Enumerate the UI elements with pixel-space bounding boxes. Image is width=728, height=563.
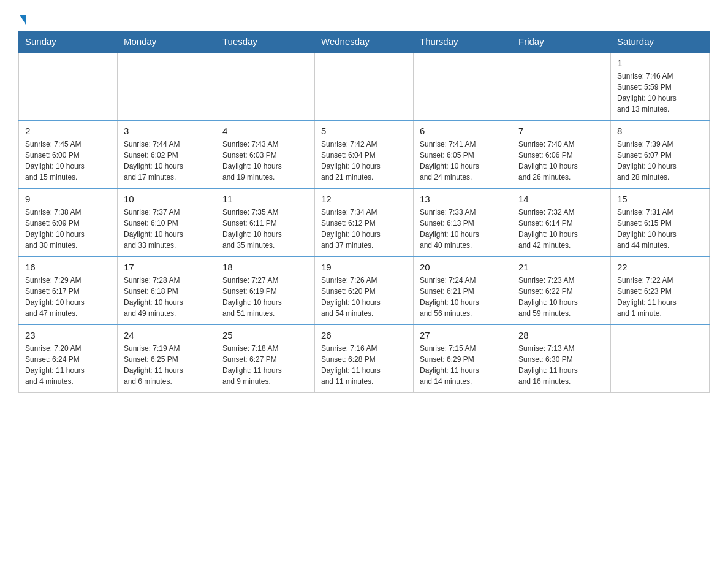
day-number: 15 (617, 194, 703, 204)
day-number: 17 (124, 262, 210, 272)
day-number: 5 (321, 126, 407, 136)
day-number: 26 (321, 330, 407, 340)
calendar-cell: 20Sunrise: 7:24 AM Sunset: 6:21 PM Dayli… (414, 256, 512, 324)
calendar-cell: 22Sunrise: 7:22 AM Sunset: 6:23 PM Dayli… (611, 256, 710, 324)
day-info: Sunrise: 7:33 AM Sunset: 6:13 PM Dayligh… (420, 207, 506, 251)
logo (18, 12, 26, 25)
day-info: Sunrise: 7:20 AM Sunset: 6:24 PM Dayligh… (25, 343, 111, 387)
day-number: 21 (518, 262, 604, 272)
calendar-cell (414, 52, 512, 120)
day-number: 9 (25, 194, 111, 204)
calendar-header-row: SundayMondayTuesdayWednesdayThursdayFrid… (19, 31, 710, 53)
day-number: 14 (518, 194, 604, 204)
day-info: Sunrise: 7:16 AM Sunset: 6:28 PM Dayligh… (321, 343, 407, 387)
weekday-header-friday: Friday (512, 31, 611, 53)
day-number: 12 (321, 194, 407, 204)
calendar-week-row: 9Sunrise: 7:38 AM Sunset: 6:09 PM Daylig… (19, 188, 710, 256)
day-number: 10 (124, 194, 210, 204)
day-number: 24 (124, 330, 210, 340)
logo-arrow-icon (20, 15, 26, 25)
calendar-cell: 18Sunrise: 7:27 AM Sunset: 6:19 PM Dayli… (216, 256, 315, 324)
day-info: Sunrise: 7:23 AM Sunset: 6:22 PM Dayligh… (518, 275, 604, 319)
day-number: 25 (222, 330, 308, 340)
weekday-header-thursday: Thursday (414, 31, 512, 53)
day-info: Sunrise: 7:15 AM Sunset: 6:29 PM Dayligh… (420, 343, 506, 387)
day-info: Sunrise: 7:38 AM Sunset: 6:09 PM Dayligh… (25, 207, 111, 251)
day-number: 20 (420, 262, 506, 272)
calendar-cell (216, 52, 315, 120)
calendar-cell: 26Sunrise: 7:16 AM Sunset: 6:28 PM Dayli… (315, 324, 414, 393)
day-info: Sunrise: 7:31 AM Sunset: 6:15 PM Dayligh… (617, 207, 703, 251)
weekday-header-wednesday: Wednesday (315, 31, 414, 53)
day-info: Sunrise: 7:42 AM Sunset: 6:04 PM Dayligh… (321, 139, 407, 183)
calendar-cell: 1Sunrise: 7:46 AM Sunset: 5:59 PM Daylig… (611, 52, 710, 120)
calendar-cell: 27Sunrise: 7:15 AM Sunset: 6:29 PM Dayli… (414, 324, 512, 393)
calendar-week-row: 16Sunrise: 7:29 AM Sunset: 6:17 PM Dayli… (19, 256, 710, 324)
day-info: Sunrise: 7:18 AM Sunset: 6:27 PM Dayligh… (222, 343, 308, 387)
calendar-cell: 5Sunrise: 7:42 AM Sunset: 6:04 PM Daylig… (315, 120, 414, 188)
calendar-cell: 24Sunrise: 7:19 AM Sunset: 6:25 PM Dayli… (118, 324, 216, 393)
day-info: Sunrise: 7:27 AM Sunset: 6:19 PM Dayligh… (222, 275, 308, 319)
day-info: Sunrise: 7:37 AM Sunset: 6:10 PM Dayligh… (124, 207, 210, 251)
calendar-cell: 17Sunrise: 7:28 AM Sunset: 6:18 PM Dayli… (118, 256, 216, 324)
day-info: Sunrise: 7:45 AM Sunset: 6:00 PM Dayligh… (25, 139, 111, 183)
day-info: Sunrise: 7:32 AM Sunset: 6:14 PM Dayligh… (518, 207, 604, 251)
day-info: Sunrise: 7:40 AM Sunset: 6:06 PM Dayligh… (518, 139, 604, 183)
day-number: 18 (222, 262, 308, 272)
day-info: Sunrise: 7:41 AM Sunset: 6:05 PM Dayligh… (420, 139, 506, 183)
calendar-cell: 7Sunrise: 7:40 AM Sunset: 6:06 PM Daylig… (512, 120, 611, 188)
calendar-cell: 10Sunrise: 7:37 AM Sunset: 6:10 PM Dayli… (118, 188, 216, 256)
weekday-header-saturday: Saturday (611, 31, 710, 53)
day-number: 27 (420, 330, 506, 340)
day-number: 8 (617, 126, 703, 136)
day-info: Sunrise: 7:43 AM Sunset: 6:03 PM Dayligh… (222, 139, 308, 183)
day-info: Sunrise: 7:26 AM Sunset: 6:20 PM Dayligh… (321, 275, 407, 319)
day-info: Sunrise: 7:44 AM Sunset: 6:02 PM Dayligh… (124, 139, 210, 183)
day-number: 4 (222, 126, 308, 136)
day-info: Sunrise: 7:19 AM Sunset: 6:25 PM Dayligh… (124, 343, 210, 387)
calendar-cell: 28Sunrise: 7:13 AM Sunset: 6:30 PM Dayli… (512, 324, 611, 393)
calendar-cell: 8Sunrise: 7:39 AM Sunset: 6:07 PM Daylig… (611, 120, 710, 188)
day-info: Sunrise: 7:39 AM Sunset: 6:07 PM Dayligh… (617, 139, 703, 183)
day-number: 16 (25, 262, 111, 272)
calendar-week-row: 1Sunrise: 7:46 AM Sunset: 5:59 PM Daylig… (19, 52, 710, 120)
calendar-cell (611, 324, 710, 393)
calendar-cell: 13Sunrise: 7:33 AM Sunset: 6:13 PM Dayli… (414, 188, 512, 256)
weekday-header-sunday: Sunday (19, 31, 118, 53)
day-number: 7 (518, 126, 604, 136)
day-info: Sunrise: 7:35 AM Sunset: 6:11 PM Dayligh… (222, 207, 308, 251)
page-header (18, 12, 710, 25)
calendar-cell (512, 52, 611, 120)
day-number: 6 (420, 126, 506, 136)
calendar-cell: 19Sunrise: 7:26 AM Sunset: 6:20 PM Dayli… (315, 256, 414, 324)
calendar-week-row: 2Sunrise: 7:45 AM Sunset: 6:00 PM Daylig… (19, 120, 710, 188)
day-number: 11 (222, 194, 308, 204)
calendar-cell (315, 52, 414, 120)
calendar-cell (118, 52, 216, 120)
day-info: Sunrise: 7:29 AM Sunset: 6:17 PM Dayligh… (25, 275, 111, 319)
calendar-cell: 21Sunrise: 7:23 AM Sunset: 6:22 PM Dayli… (512, 256, 611, 324)
calendar-cell: 14Sunrise: 7:32 AM Sunset: 6:14 PM Dayli… (512, 188, 611, 256)
day-info: Sunrise: 7:34 AM Sunset: 6:12 PM Dayligh… (321, 207, 407, 251)
day-number: 1 (617, 58, 703, 68)
weekday-header-monday: Monday (118, 31, 216, 53)
calendar-cell: 2Sunrise: 7:45 AM Sunset: 6:00 PM Daylig… (19, 120, 118, 188)
day-number: 13 (420, 194, 506, 204)
calendar-cell (19, 52, 118, 120)
day-info: Sunrise: 7:28 AM Sunset: 6:18 PM Dayligh… (124, 275, 210, 319)
calendar-cell: 25Sunrise: 7:18 AM Sunset: 6:27 PM Dayli… (216, 324, 315, 393)
day-number: 3 (124, 126, 210, 136)
calendar-cell: 6Sunrise: 7:41 AM Sunset: 6:05 PM Daylig… (414, 120, 512, 188)
calendar-cell: 12Sunrise: 7:34 AM Sunset: 6:12 PM Dayli… (315, 188, 414, 256)
calendar-cell: 15Sunrise: 7:31 AM Sunset: 6:15 PM Dayli… (611, 188, 710, 256)
day-info: Sunrise: 7:24 AM Sunset: 6:21 PM Dayligh… (420, 275, 506, 319)
day-number: 19 (321, 262, 407, 272)
weekday-header-tuesday: Tuesday (216, 31, 315, 53)
day-number: 2 (25, 126, 111, 136)
calendar-cell: 9Sunrise: 7:38 AM Sunset: 6:09 PM Daylig… (19, 188, 118, 256)
day-info: Sunrise: 7:46 AM Sunset: 5:59 PM Dayligh… (617, 71, 703, 115)
calendar-cell: 11Sunrise: 7:35 AM Sunset: 6:11 PM Dayli… (216, 188, 315, 256)
calendar-cell: 3Sunrise: 7:44 AM Sunset: 6:02 PM Daylig… (118, 120, 216, 188)
day-info: Sunrise: 7:13 AM Sunset: 6:30 PM Dayligh… (518, 343, 604, 387)
calendar-week-row: 23Sunrise: 7:20 AM Sunset: 6:24 PM Dayli… (19, 324, 710, 393)
